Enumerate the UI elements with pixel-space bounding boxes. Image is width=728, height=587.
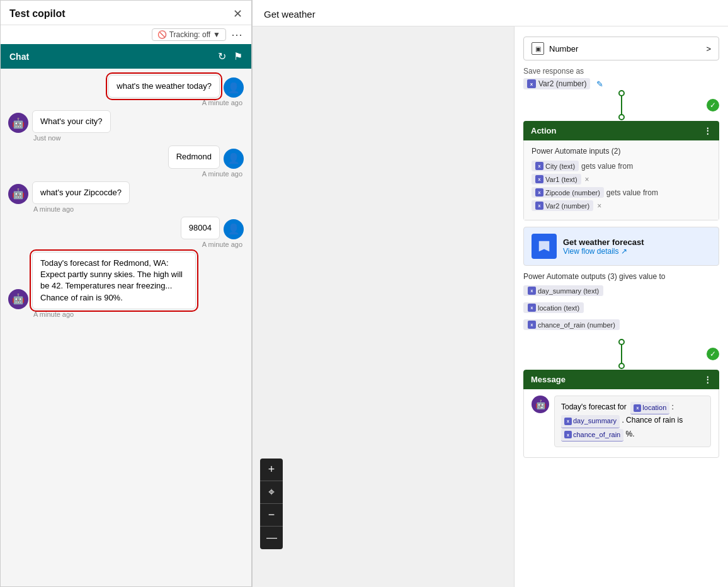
close-button[interactable]: ✕ — [233, 7, 242, 21]
message-block-body: 🤖 Today's forecast for x location : x — [523, 389, 719, 458]
left-panel: Test copilot ✕ 🚫 Tracking: off ▼ ⋯ Chat … — [0, 0, 252, 587]
var2-label: Var2 (number) — [538, 79, 586, 88]
var2-icon: x — [527, 79, 536, 88]
zipcode-gets-value-from: gets value from — [606, 188, 658, 197]
message-bubble-wrap-bot3: 🤖 Today's forecast for Redmond, WA: Expe… — [8, 252, 196, 309]
timestamp-bot3: A minute ago — [32, 311, 75, 318]
tracking-off-icon: 🚫 — [157, 30, 167, 39]
msg-bot-icon: 🤖 — [532, 396, 549, 413]
pa-inputs-label: Power Automate inputs (2) — [532, 147, 711, 156]
msg-location-icon: x — [634, 404, 641, 412]
pa-outputs-label: Power Automate outputs (3) gives value t… — [523, 272, 719, 281]
refresh-icon[interactable]: ↻ — [218, 50, 226, 62]
var1-remove-button[interactable]: × — [585, 175, 589, 184]
message-row-user3: 👤 98004 A minute ago — [8, 217, 244, 248]
chevron-right-icon[interactable]: > — [706, 44, 711, 54]
zipcode-input-row: x Zipcode (number) gets value from — [532, 187, 711, 198]
city-label: City (text) — [545, 162, 575, 170]
green-check-1: ✓ — [707, 99, 719, 111]
message-row-user2: 👤 Redmond A minute ago — [8, 145, 244, 177]
message-bubble-user3: 98004 — [181, 217, 220, 239]
zoom-in-button[interactable]: + — [260, 459, 283, 481]
msg-day-summary-var: x day_summary — [561, 415, 620, 428]
number-node-left: ▣ Number — [532, 42, 578, 55]
zoom-out-button[interactable]: − — [260, 504, 283, 527]
location-label: location (text) — [538, 304, 579, 312]
chat-header-icons: ↻ ⚑ — [218, 50, 242, 62]
message-text-bot3: Today's forecast for Redmond, WA: Expect… — [40, 258, 183, 302]
action-block: Action ⋮ Power Automate inputs (2) x Cit… — [523, 121, 719, 220]
action-more-icon[interactable]: ⋮ — [703, 126, 712, 135]
message-text-user1: what's the weather today? — [117, 81, 212, 91]
timestamp-bot2: A minute ago — [32, 205, 75, 213]
save-response-label: Save response as — [523, 67, 719, 76]
city-input-row: x City (text) gets value from — [532, 161, 711, 171]
zipcode-var-icon: x — [535, 188, 543, 197]
message-bubble-user2: Redmond — [168, 145, 220, 168]
message-more-icon[interactable]: ⋮ — [703, 375, 712, 384]
bot-avatar-3: 🤖 — [8, 289, 28, 309]
right-content-wrap: + ⌖ − ⸻ ▣ Number > Save response as — [253, 26, 728, 587]
bot-avatar-1: 🤖 — [8, 113, 28, 133]
user-avatar: 👤 — [224, 77, 244, 98]
msg-day-summary-icon: x — [564, 418, 572, 425]
canvas-area: + ⌖ − ⸻ — [253, 26, 514, 587]
var2b-tag: x Var2 (number) — [532, 200, 593, 211]
var1-tag: x Var1 (text) — [532, 174, 581, 185]
zoom-fit-button[interactable]: ⸻ — [260, 527, 283, 549]
flow-panel: ▣ Number > Save response as x Var2 (numb… — [514, 26, 728, 587]
view-flow-link[interactable]: View flow details ↗ — [563, 247, 644, 256]
message-block-header: Message ⋮ — [523, 370, 719, 389]
message-bubble-wrap-bot1: 🤖 What's your city? — [8, 110, 111, 133]
message-text-bot2: what's your Zipcocde? — [40, 188, 122, 197]
day-summary-output-tag: x day_summary (text) — [523, 285, 603, 296]
connector-1: ✓ — [515, 89, 728, 121]
message-bubble-wrap-user1: 👤 what's the weather today? — [108, 75, 244, 98]
message-bubble-wrap-user3: 👤 98004 — [181, 217, 244, 239]
green-check-2: ✓ — [707, 348, 719, 360]
day-summary-icon: x — [528, 287, 536, 295]
message-text-user3: 98004 — [189, 223, 212, 232]
location-output-tag: x location (text) — [523, 302, 584, 313]
msg-content-box: Today's forecast for x location : x day_… — [554, 396, 711, 447]
var2b-remove-button[interactable]: × — [597, 202, 601, 210]
flag-icon[interactable]: ⚑ — [234, 50, 242, 62]
var2b-icon: x — [535, 202, 543, 210]
var2b-label: Var2 (number) — [545, 202, 589, 210]
timestamp-bot1: Just now — [32, 134, 62, 142]
timestamp-user1: A minute ago — [201, 99, 244, 106]
message-header-label: Message — [531, 375, 566, 384]
action-header-label: Action — [531, 126, 556, 135]
message-bubble-wrap-user2: 👤 Redmond — [168, 145, 244, 168]
chance-of-rain-label: chance_of_rain (number) — [538, 321, 615, 329]
right-panel: Get weather + ⌖ − ⸻ ▣ Number > — [252, 0, 728, 587]
message-bubble-bot3: Today's forecast for Redmond, WA: Expect… — [32, 252, 196, 309]
tracking-pill[interactable]: 🚫 Tracking: off ▼ — [152, 28, 226, 41]
vert-line-2 — [621, 341, 622, 367]
user-avatar-2: 👤 — [224, 149, 244, 169]
zoom-controls: + ⌖ − ⸻ — [260, 459, 283, 549]
tracking-bar: 🚫 Tracking: off ▼ ⋯ — [1, 25, 251, 44]
flow-title: Get weather — [264, 9, 316, 20]
message-text-user2: Redmond — [176, 152, 212, 161]
more-options-button[interactable]: ⋯ — [231, 28, 242, 42]
chance-of-rain-output-tag: x chance_of_rain (number) — [523, 319, 620, 330]
action-block-body: Power Automate inputs (2) x City (text) … — [523, 140, 719, 220]
weather-card-title: Get weather forecast — [563, 237, 644, 247]
edit-var2-icon[interactable]: ✎ — [596, 79, 603, 89]
number-node: ▣ Number > — [523, 37, 719, 60]
day-summary-label: day_summary (text) — [538, 287, 599, 295]
chat-header-title: Chat — [9, 52, 29, 62]
timestamp-user2: A minute ago — [201, 170, 244, 178]
connector-dot-top-2 — [618, 339, 625, 345]
left-header: Test copilot ✕ — [1, 1, 251, 25]
zoom-center-button[interactable]: ⌖ — [260, 481, 283, 504]
msg-text-prefix: Today's forecast for — [561, 402, 627, 411]
weather-forecast-card: Get weather forecast View flow details ↗ — [523, 227, 719, 266]
city-var-icon: x — [535, 162, 543, 170]
message-row-user1: 👤 what's the weather today? A minute ago — [8, 75, 244, 106]
chat-area: 👤 what's the weather today? A minute ago… — [1, 69, 251, 586]
msg-block-row: 🤖 Today's forecast for x location : x — [532, 396, 711, 447]
message-bubble-user1: what's the weather today? — [108, 75, 220, 98]
save-response-section: Save response as x Var2 (number) ✎ — [523, 67, 719, 89]
